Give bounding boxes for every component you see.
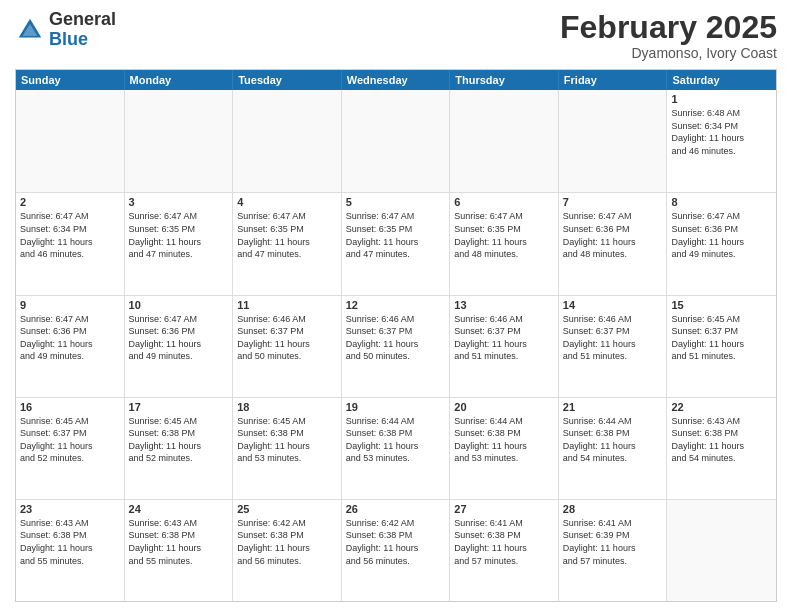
day-info: Sunrise: 6:47 AM Sunset: 6:35 PM Dayligh…: [454, 210, 554, 260]
day-number: 9: [20, 299, 120, 311]
calendar-cell: 3Sunrise: 6:47 AM Sunset: 6:35 PM Daylig…: [125, 193, 234, 294]
calendar-cell: 19Sunrise: 6:44 AM Sunset: 6:38 PM Dayli…: [342, 398, 451, 499]
logo-icon: [15, 15, 45, 45]
calendar-cell: 21Sunrise: 6:44 AM Sunset: 6:38 PM Dayli…: [559, 398, 668, 499]
calendar-cell: 22Sunrise: 6:43 AM Sunset: 6:38 PM Dayli…: [667, 398, 776, 499]
calendar-row: 9Sunrise: 6:47 AM Sunset: 6:36 PM Daylig…: [16, 295, 776, 397]
day-number: 5: [346, 196, 446, 208]
calendar-cell: [450, 90, 559, 192]
day-info: Sunrise: 6:44 AM Sunset: 6:38 PM Dayligh…: [563, 415, 663, 465]
calendar-cell: 27Sunrise: 6:41 AM Sunset: 6:38 PM Dayli…: [450, 500, 559, 601]
title-area: February 2025 Dyamonso, Ivory Coast: [560, 10, 777, 61]
day-info: Sunrise: 6:45 AM Sunset: 6:37 PM Dayligh…: [20, 415, 120, 465]
day-info: Sunrise: 6:45 AM Sunset: 6:38 PM Dayligh…: [237, 415, 337, 465]
weekday-header-thursday: Thursday: [450, 70, 559, 90]
calendar-cell: [125, 90, 234, 192]
weekday-header-friday: Friday: [559, 70, 668, 90]
day-number: 1: [671, 93, 772, 105]
calendar-cell: 8Sunrise: 6:47 AM Sunset: 6:36 PM Daylig…: [667, 193, 776, 294]
calendar-cell: 20Sunrise: 6:44 AM Sunset: 6:38 PM Dayli…: [450, 398, 559, 499]
logo-text: General Blue: [49, 10, 116, 50]
day-info: Sunrise: 6:41 AM Sunset: 6:39 PM Dayligh…: [563, 517, 663, 567]
calendar-cell: 2Sunrise: 6:47 AM Sunset: 6:34 PM Daylig…: [16, 193, 125, 294]
day-number: 14: [563, 299, 663, 311]
page: General Blue February 2025 Dyamonso, Ivo…: [0, 0, 792, 612]
day-number: 11: [237, 299, 337, 311]
day-info: Sunrise: 6:46 AM Sunset: 6:37 PM Dayligh…: [237, 313, 337, 363]
day-info: Sunrise: 6:46 AM Sunset: 6:37 PM Dayligh…: [346, 313, 446, 363]
day-number: 13: [454, 299, 554, 311]
day-number: 7: [563, 196, 663, 208]
day-number: 4: [237, 196, 337, 208]
calendar-cell: [342, 90, 451, 192]
calendar-row: 1Sunrise: 6:48 AM Sunset: 6:34 PM Daylig…: [16, 90, 776, 192]
calendar: SundayMondayTuesdayWednesdayThursdayFrid…: [15, 69, 777, 602]
calendar-cell: [559, 90, 668, 192]
day-number: 15: [671, 299, 772, 311]
day-number: 27: [454, 503, 554, 515]
month-title: February 2025: [560, 10, 777, 45]
day-number: 6: [454, 196, 554, 208]
calendar-body: 1Sunrise: 6:48 AM Sunset: 6:34 PM Daylig…: [16, 90, 776, 601]
day-number: 20: [454, 401, 554, 413]
day-info: Sunrise: 6:46 AM Sunset: 6:37 PM Dayligh…: [454, 313, 554, 363]
calendar-cell: 14Sunrise: 6:46 AM Sunset: 6:37 PM Dayli…: [559, 296, 668, 397]
weekday-header-sunday: Sunday: [16, 70, 125, 90]
day-number: 17: [129, 401, 229, 413]
day-info: Sunrise: 6:48 AM Sunset: 6:34 PM Dayligh…: [671, 107, 772, 157]
calendar-cell: 4Sunrise: 6:47 AM Sunset: 6:35 PM Daylig…: [233, 193, 342, 294]
day-number: 10: [129, 299, 229, 311]
calendar-cell: 7Sunrise: 6:47 AM Sunset: 6:36 PM Daylig…: [559, 193, 668, 294]
day-info: Sunrise: 6:47 AM Sunset: 6:36 PM Dayligh…: [671, 210, 772, 260]
weekday-header-monday: Monday: [125, 70, 234, 90]
day-info: Sunrise: 6:43 AM Sunset: 6:38 PM Dayligh…: [671, 415, 772, 465]
day-info: Sunrise: 6:46 AM Sunset: 6:37 PM Dayligh…: [563, 313, 663, 363]
day-number: 2: [20, 196, 120, 208]
calendar-cell: 11Sunrise: 6:46 AM Sunset: 6:37 PM Dayli…: [233, 296, 342, 397]
calendar-cell: 13Sunrise: 6:46 AM Sunset: 6:37 PM Dayli…: [450, 296, 559, 397]
day-info: Sunrise: 6:42 AM Sunset: 6:38 PM Dayligh…: [346, 517, 446, 567]
day-number: 26: [346, 503, 446, 515]
day-number: 24: [129, 503, 229, 515]
calendar-cell: 9Sunrise: 6:47 AM Sunset: 6:36 PM Daylig…: [16, 296, 125, 397]
calendar-cell: 16Sunrise: 6:45 AM Sunset: 6:37 PM Dayli…: [16, 398, 125, 499]
day-number: 22: [671, 401, 772, 413]
calendar-cell: [233, 90, 342, 192]
calendar-cell: 25Sunrise: 6:42 AM Sunset: 6:38 PM Dayli…: [233, 500, 342, 601]
calendar-cell: 6Sunrise: 6:47 AM Sunset: 6:35 PM Daylig…: [450, 193, 559, 294]
day-info: Sunrise: 6:45 AM Sunset: 6:38 PM Dayligh…: [129, 415, 229, 465]
day-info: Sunrise: 6:47 AM Sunset: 6:35 PM Dayligh…: [237, 210, 337, 260]
calendar-cell: 12Sunrise: 6:46 AM Sunset: 6:37 PM Dayli…: [342, 296, 451, 397]
day-number: 19: [346, 401, 446, 413]
day-number: 18: [237, 401, 337, 413]
day-number: 12: [346, 299, 446, 311]
calendar-cell: [667, 500, 776, 601]
day-info: Sunrise: 6:47 AM Sunset: 6:34 PM Dayligh…: [20, 210, 120, 260]
day-number: 8: [671, 196, 772, 208]
weekday-header-tuesday: Tuesday: [233, 70, 342, 90]
day-info: Sunrise: 6:41 AM Sunset: 6:38 PM Dayligh…: [454, 517, 554, 567]
day-info: Sunrise: 6:47 AM Sunset: 6:35 PM Dayligh…: [129, 210, 229, 260]
calendar-cell: 23Sunrise: 6:43 AM Sunset: 6:38 PM Dayli…: [16, 500, 125, 601]
day-info: Sunrise: 6:44 AM Sunset: 6:38 PM Dayligh…: [346, 415, 446, 465]
day-number: 16: [20, 401, 120, 413]
calendar-cell: 17Sunrise: 6:45 AM Sunset: 6:38 PM Dayli…: [125, 398, 234, 499]
calendar-cell: 15Sunrise: 6:45 AM Sunset: 6:37 PM Dayli…: [667, 296, 776, 397]
day-info: Sunrise: 6:42 AM Sunset: 6:38 PM Dayligh…: [237, 517, 337, 567]
day-number: 23: [20, 503, 120, 515]
calendar-row: 2Sunrise: 6:47 AM Sunset: 6:34 PM Daylig…: [16, 192, 776, 294]
day-number: 3: [129, 196, 229, 208]
calendar-cell: [16, 90, 125, 192]
day-info: Sunrise: 6:44 AM Sunset: 6:38 PM Dayligh…: [454, 415, 554, 465]
calendar-cell: 10Sunrise: 6:47 AM Sunset: 6:36 PM Dayli…: [125, 296, 234, 397]
day-info: Sunrise: 6:43 AM Sunset: 6:38 PM Dayligh…: [129, 517, 229, 567]
calendar-cell: 28Sunrise: 6:41 AM Sunset: 6:39 PM Dayli…: [559, 500, 668, 601]
logo: General Blue: [15, 10, 116, 50]
calendar-row: 16Sunrise: 6:45 AM Sunset: 6:37 PM Dayli…: [16, 397, 776, 499]
calendar-cell: 5Sunrise: 6:47 AM Sunset: 6:35 PM Daylig…: [342, 193, 451, 294]
header: General Blue February 2025 Dyamonso, Ivo…: [15, 10, 777, 61]
calendar-row: 23Sunrise: 6:43 AM Sunset: 6:38 PM Dayli…: [16, 499, 776, 601]
weekday-header-wednesday: Wednesday: [342, 70, 451, 90]
calendar-cell: 24Sunrise: 6:43 AM Sunset: 6:38 PM Dayli…: [125, 500, 234, 601]
day-number: 28: [563, 503, 663, 515]
